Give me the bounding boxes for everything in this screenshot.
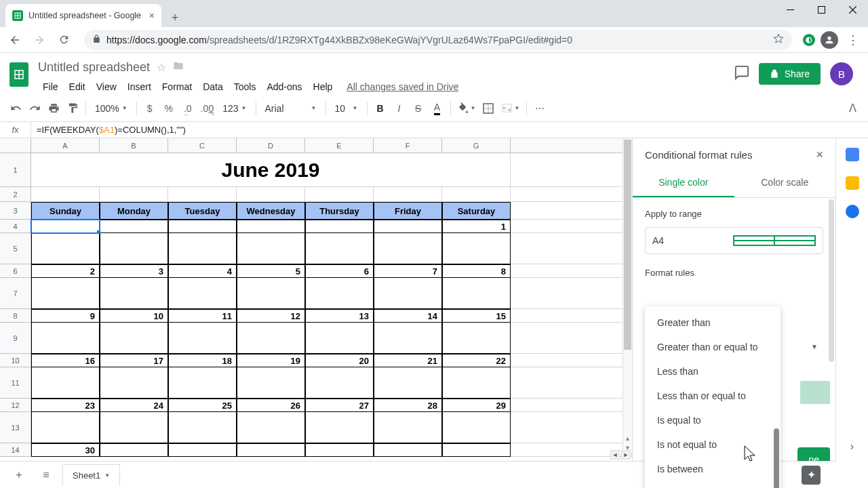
select-range-icon[interactable] — [733, 235, 816, 246]
calendar-date-cell[interactable]: 16 — [31, 354, 100, 367]
calendar-body-cell[interactable] — [100, 278, 168, 309]
calendar-date-cell[interactable]: 14 — [374, 309, 442, 323]
comments-icon[interactable] — [734, 65, 749, 83]
menu-edit[interactable]: Edit — [64, 79, 90, 95]
calendar-body-cell[interactable] — [237, 323, 305, 354]
calendar-body-cell[interactable] — [442, 278, 511, 309]
explore-button[interactable]: ✦ — [802, 466, 821, 485]
dropdown-scrollbar[interactable] — [774, 428, 779, 488]
tasks-addon-icon[interactable] — [846, 205, 859, 218]
menu-insert[interactable]: Insert — [123, 79, 156, 95]
col-header[interactable]: F — [374, 138, 442, 152]
italic-button[interactable]: I — [391, 100, 408, 117]
move-doc-icon[interactable] — [173, 60, 184, 74]
format-preview[interactable] — [800, 381, 830, 404]
calendar-date-cell[interactable]: 11 — [168, 309, 237, 323]
maximize-button[interactable] — [806, 0, 837, 19]
col-header[interactable]: D — [237, 138, 305, 152]
zoom-select[interactable]: 100%▼ — [90, 102, 132, 115]
day-header-cell[interactable]: Sunday — [31, 202, 100, 220]
calendar-date-cell[interactable]: 27 — [305, 399, 374, 412]
menu-view[interactable]: View — [92, 79, 121, 95]
forward-button[interactable] — [30, 30, 49, 49]
calendar-body-cell[interactable] — [31, 323, 100, 354]
doc-title[interactable]: Untitled spreadsheet — [38, 60, 150, 75]
keep-addon-icon[interactable] — [846, 176, 859, 190]
dd-less-equal[interactable]: Less than or equal to — [645, 384, 781, 408]
chrome-menu-button[interactable]: ⋮ — [844, 33, 863, 47]
col-header[interactable]: G — [442, 138, 511, 152]
collapse-toolbar-button[interactable]: ᐱ — [844, 100, 861, 117]
dd-not-between[interactable]: Is not between — [645, 481, 781, 488]
dd-greater-equal[interactable]: Greater than or equal to — [645, 335, 781, 359]
calendar-body-cell[interactable] — [237, 278, 305, 309]
calendar-body-cell[interactable] — [442, 412, 511, 443]
merge-button[interactable]: ▼ — [498, 100, 522, 117]
profile-avatar-icon[interactable] — [821, 31, 838, 49]
calendar-body-cell[interactable] — [168, 412, 237, 443]
all-sheets-button[interactable]: ≡ — [35, 464, 57, 486]
calendar-body-cell[interactable] — [442, 367, 511, 399]
calendar-title-cell[interactable]: June 2019 — [31, 153, 511, 187]
calendar-body-cell[interactable] — [100, 233, 168, 264]
redo-button[interactable] — [26, 100, 43, 117]
calendar-date-cell[interactable]: 12 — [237, 309, 305, 323]
calendar-date-cell[interactable]: 7 — [374, 264, 442, 278]
close-tab-icon[interactable]: × — [149, 10, 155, 21]
calendar-body-cell[interactable] — [100, 323, 168, 354]
dd-greater-than[interactable]: Greater than — [645, 310, 781, 335]
close-window-button[interactable] — [837, 0, 868, 19]
increase-decimal-button[interactable]: .00→ — [198, 100, 216, 117]
day-header-cell[interactable]: Tuesday — [168, 202, 237, 220]
extension-icon[interactable]: ◐ — [803, 34, 815, 46]
day-header-cell[interactable]: Saturday — [442, 202, 511, 220]
add-sheet-button[interactable]: + — [8, 464, 30, 486]
more-button[interactable]: ⋯ — [531, 100, 549, 117]
dd-less-than[interactable]: Less than — [645, 359, 781, 384]
rule-select-caret-icon[interactable]: ▼ — [808, 340, 821, 352]
col-header[interactable]: A — [31, 138, 100, 152]
panel-close-button[interactable]: × — [816, 148, 823, 162]
hscroll-right-button[interactable]: ► — [621, 450, 631, 460]
tab-single-color[interactable]: Single color — [633, 169, 734, 197]
fx-icon[interactable]: fx — [0, 122, 31, 138]
browser-tab[interactable]: Untitled spreadsheet - Google S × — [5, 4, 161, 27]
calendar-date-cell[interactable]: 6 — [305, 264, 374, 278]
calendar-date-cell[interactable]: 10 — [100, 309, 168, 323]
calendar-date-cell[interactable]: 23 — [31, 399, 100, 412]
calendar-date-cell[interactable]: 4 — [168, 264, 237, 278]
menu-addons[interactable]: Add-ons — [262, 79, 307, 95]
calendar-date-cell[interactable]: 17 — [100, 354, 168, 367]
dd-not-equal[interactable]: Is not equal to — [645, 432, 781, 457]
day-header-cell[interactable]: Monday — [100, 202, 168, 220]
sheet-tab-1[interactable]: Sheet1▼ — [62, 464, 120, 486]
calendar-body-cell[interactable] — [442, 323, 511, 354]
calendar-date-cell[interactable]: 25 — [168, 399, 237, 412]
calendar-date-cell[interactable] — [305, 220, 374, 233]
calendar-body-cell[interactable] — [168, 323, 237, 354]
minimize-button[interactable] — [774, 0, 806, 19]
menu-file[interactable]: File — [38, 79, 63, 95]
menu-tools[interactable]: Tools — [229, 79, 261, 95]
share-button[interactable]: Share — [759, 63, 821, 85]
account-avatar[interactable]: B — [830, 62, 853, 85]
calendar-date-cell[interactable]: 9 — [31, 309, 100, 323]
calendar-date-cell[interactable] — [100, 220, 168, 233]
sheets-logo-icon[interactable] — [5, 61, 33, 88]
calendar-body-cell[interactable] — [100, 412, 168, 443]
calendar-date-cell[interactable]: 20 — [305, 354, 374, 367]
calendar-body-cell[interactable] — [305, 233, 374, 264]
fill-color-button[interactable]: ▼ — [455, 100, 479, 117]
calendar-date-cell[interactable]: 1 — [442, 220, 511, 233]
calendar-date-cell[interactable]: 29 — [442, 399, 511, 412]
decrease-decimal-button[interactable]: .0← — [179, 100, 197, 117]
paint-format-button[interactable] — [64, 100, 81, 117]
calendar-date-cell[interactable]: 13 — [305, 309, 374, 323]
dd-equal[interactable]: Is equal to — [645, 408, 781, 432]
hscroll-left-button[interactable]: ◄ — [610, 450, 620, 460]
vertical-scrollbar[interactable]: ▲ ▼ — [623, 138, 632, 453]
calendar-date-cell[interactable]: 24 — [100, 399, 168, 412]
day-header-cell[interactable]: Wednesday — [237, 202, 305, 220]
calendar-body-cell[interactable] — [237, 233, 305, 264]
calendar-date-cell[interactable]: 19 — [237, 354, 305, 367]
